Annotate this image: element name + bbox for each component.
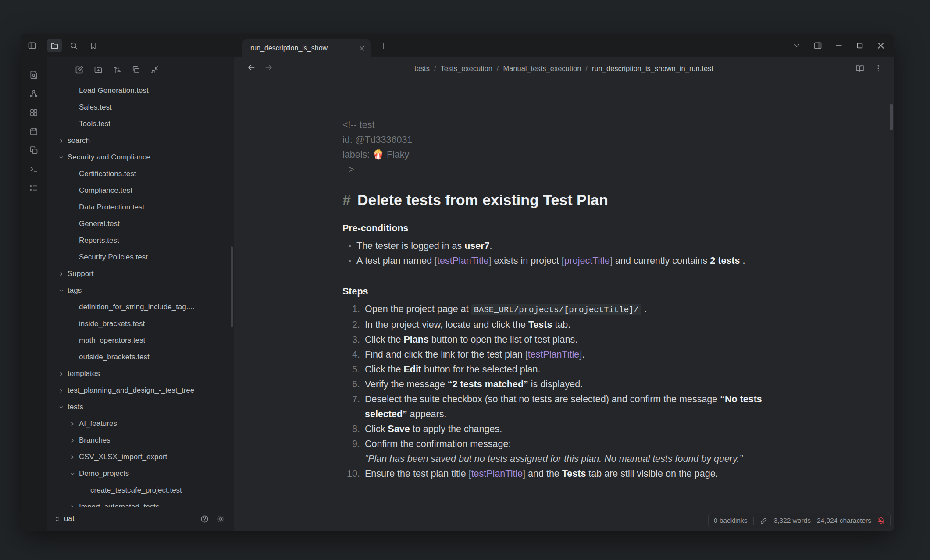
chevron-down-icon[interactable]: [57, 404, 64, 411]
more-options-icon[interactable]: [874, 64, 883, 73]
collapse-all-icon[interactable]: [149, 64, 161, 76]
vault-switcher[interactable]: uat: [54, 514, 75, 523]
steps-list: 1.Open the project page at BASE_URL/proj…: [342, 301, 785, 481]
tree-item[interactable]: Security and Compliance: [47, 149, 234, 166]
tree-item[interactable]: Support: [47, 266, 234, 282]
tree-item[interactable]: Branches: [47, 432, 234, 449]
terminal-icon[interactable]: [26, 163, 41, 176]
sort-order-icon[interactable]: [111, 64, 123, 76]
chevron-right-icon[interactable]: [69, 503, 76, 507]
close-window-button[interactable]: [877, 41, 885, 50]
tree-item[interactable]: Compliance.test: [47, 182, 234, 199]
calendar-icon[interactable]: [26, 125, 41, 138]
tree-item[interactable]: Security Policies.test: [47, 249, 234, 266]
minimize-button[interactable]: [834, 41, 843, 50]
tree-item[interactable]: Demo_projects: [47, 465, 234, 482]
breadcrumb-item[interactable]: run_description_is_shown_in_run.test: [592, 64, 713, 73]
chevron-down-icon[interactable]: [57, 154, 64, 161]
change-view-icon[interactable]: [130, 64, 142, 76]
tree-item-label: math_operators.test: [79, 336, 145, 345]
chevron-right-icon[interactable]: [57, 137, 64, 144]
help-icon[interactable]: [200, 515, 209, 523]
cards-view-icon[interactable]: [26, 106, 41, 119]
navigate-forward-icon[interactable]: [264, 63, 273, 72]
file-search-icon[interactable]: [26, 68, 41, 82]
document-tab[interactable]: run_description_is_show...: [242, 39, 371, 57]
document-content: <!-- testid: @Td3336031labels: 🍿 Flaky--…: [342, 80, 785, 481]
tree-item[interactable]: Tools.test: [47, 116, 234, 132]
tree-item[interactable]: outside_brackets.test: [47, 349, 234, 365]
vault-name: uat: [64, 514, 75, 523]
precondition-text: A test plan named [testPlanTitle] exists…: [356, 253, 745, 268]
navigate-back-icon[interactable]: [247, 63, 256, 72]
tree-item[interactable]: Sales.test: [47, 99, 234, 116]
tree-item[interactable]: Certifications.test: [47, 166, 234, 182]
chevron-down-icon[interactable]: [69, 470, 76, 477]
tab-list-chevron-icon[interactable]: [792, 41, 801, 50]
search-tab-icon[interactable]: [66, 39, 81, 52]
tree-item[interactable]: tags: [47, 282, 234, 299]
right-sidebar-toggle-icon[interactable]: [813, 41, 822, 50]
file-tree: Lead Generation.testSales.testTools.test…: [47, 82, 234, 507]
tree-item-label: Branches: [79, 436, 110, 445]
breadcrumb-item[interactable]: Manual_tests_execution: [503, 64, 581, 73]
step-item: 10.Ensure the test plan title [testPlanT…: [342, 466, 785, 481]
breadcrumb-item[interactable]: tests: [414, 64, 430, 73]
new-tab-button[interactable]: [379, 42, 387, 50]
step-quote: “Plan has been saved but no tests assign…: [365, 451, 785, 466]
maximize-button[interactable]: [855, 41, 864, 50]
chevron-right-icon[interactable]: [57, 387, 64, 394]
tree-item[interactable]: templates: [47, 365, 234, 382]
step-item: 2.In the project view, locate and click …: [342, 317, 785, 332]
step-item: 6.Verify the message “2 tests matched” i…: [342, 377, 785, 392]
left-sidebar-toggle-icon[interactable]: [28, 41, 36, 50]
tree-item[interactable]: test_planning_and_design_-_test_tree: [47, 382, 234, 399]
outline-list-icon[interactable]: [26, 181, 41, 195]
chevron-right-icon[interactable]: [57, 370, 64, 377]
editor-scrollbar[interactable]: [890, 104, 893, 130]
chevron-right-icon[interactable]: [57, 270, 64, 277]
document-scroll-area[interactable]: <!-- testid: @Td3336031labels: 🍿 Flaky--…: [234, 80, 894, 531]
chevron-down-icon[interactable]: [57, 287, 64, 294]
tree-item-label: General.test: [79, 220, 120, 228]
tree-item[interactable]: AI_features: [47, 415, 234, 432]
tree-item[interactable]: inside_brackets.test: [47, 315, 234, 332]
status-bar: 0 backlinks 3,322 words 24,024 character…: [708, 513, 891, 528]
bookmarks-tab-icon[interactable]: [86, 39, 100, 52]
new-note-icon[interactable]: [73, 64, 86, 76]
tree-item[interactable]: math_operators.test: [47, 332, 234, 349]
tree-item[interactable]: create_testcafe_project.test: [47, 482, 234, 499]
step-item: 3.Click the Plans button to open the lis…: [342, 332, 785, 347]
tab-close-icon[interactable]: [359, 45, 365, 52]
edit-mode-pencil-icon[interactable]: [760, 517, 767, 525]
settings-gear-icon[interactable]: [217, 515, 225, 523]
graph-view-icon[interactable]: [26, 87, 41, 100]
breadcrumb-separator: /: [585, 64, 588, 73]
vault-bar: uat: [47, 507, 234, 531]
new-folder-icon[interactable]: [92, 64, 104, 76]
tree-item[interactable]: Lead Generation.test: [47, 82, 234, 99]
backlinks-count[interactable]: 0 backlinks: [714, 517, 748, 525]
tree-item[interactable]: search: [47, 132, 234, 149]
chevron-right-icon[interactable]: [69, 420, 76, 427]
breadcrumb-separator: /: [434, 64, 436, 73]
tree-item[interactable]: definition_for_string_include_tag....: [47, 299, 234, 315]
tree-item[interactable]: Import_automated_tests: [47, 499, 234, 507]
files-tab-icon[interactable]: [47, 39, 62, 52]
tree-item[interactable]: tests: [47, 399, 234, 415]
chevron-right-icon[interactable]: [69, 454, 76, 461]
tree-item[interactable]: Data Protection.test: [47, 199, 234, 216]
tree-item[interactable]: Reports.test: [47, 232, 234, 249]
preconditions-label: Pre-conditions: [342, 221, 785, 236]
step-text: Open the project page at BASE_URL/projec…: [365, 301, 785, 317]
chevron-right-icon[interactable]: [69, 437, 76, 444]
tree-item-label: AI_features: [79, 419, 117, 428]
files-copy-icon[interactable]: [26, 144, 41, 157]
sidebar-scrollbar[interactable]: [231, 246, 233, 327]
tree-item[interactable]: CSV_XLSX_import_export: [47, 449, 234, 465]
sync-error-bell-off-icon[interactable]: [877, 517, 885, 525]
breadcrumb-item[interactable]: Tests_execution: [440, 64, 492, 73]
tree-item[interactable]: General.test: [47, 216, 234, 232]
step-item: 8.Click Save to apply the changes.: [342, 422, 785, 436]
reading-view-icon[interactable]: [855, 64, 864, 73]
